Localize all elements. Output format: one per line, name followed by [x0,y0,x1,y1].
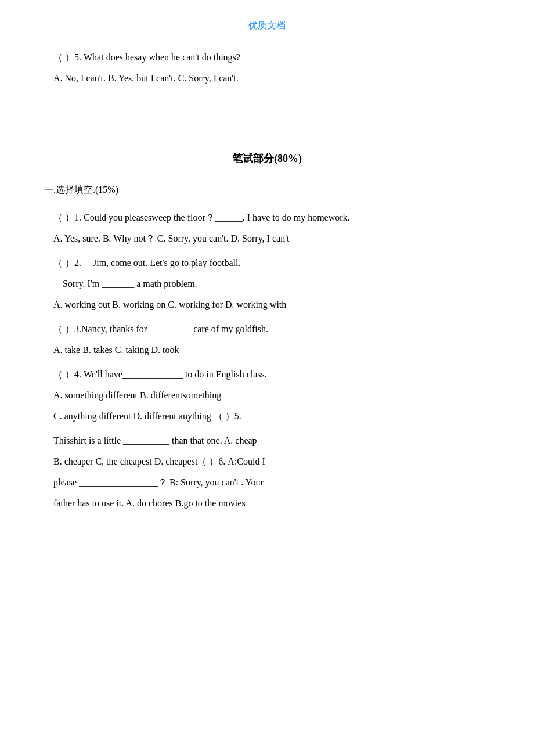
page-header: 优质文档 [35,17,499,34]
q5-written-block: Thisshirt is a little __________ than th… [35,431,499,513]
header-title: 优质文档 [248,20,286,30]
q2-stem2: —Sorry. I'm _______ a math problem. [35,275,499,293]
q2-stem1: （ ）2. —Jim, come out. Let's go to play f… [35,254,499,272]
q3-options: A. take B. takes C. taking D. took [35,341,499,359]
q4-options1: A. something different B. differentsomet… [35,386,499,405]
q5-written-stem: Thisshirt is a little __________ than th… [35,431,499,450]
q2-options: A. working out B. working on C. working … [35,296,499,314]
q5-written-options3: father has to use it. A. do chores B.go … [35,494,499,513]
main-content: （ ）5. What does hesay when he can't do t… [35,48,499,513]
q3-block: （ ）3.Nancy, thanks for _________ care of… [35,320,499,359]
q4-options2: C. anything different D. different anyth… [35,407,499,426]
q4-stem: （ ）4. We'll have_____________ to do in E… [35,365,499,384]
q1-stem: （ ）1. Could you pleasesweep the floor？__… [35,208,499,227]
q1-options: A. Yes, sure. B. Why not？ C. Sorry, you … [35,229,499,248]
q5-written-options2: please _________________？ B: Sorry, you … [35,473,499,492]
section-title: 笔试部分(80%) [35,148,499,169]
q4-block: （ ）4. We'll have_____________ to do in E… [35,365,499,426]
q3-stem: （ ）3.Nancy, thanks for _________ care of… [35,320,499,339]
q5-listening-stem: （ ）5. What does hesay when he can't do t… [35,48,499,67]
q5-written-options1: B. cheaper C. the cheapest D. cheapest（ … [35,452,499,471]
q5-listening-options: A. No, I can't. B. Yes, but I can't. C. … [35,69,499,88]
q2-block: （ ）2. —Jim, come out. Let's go to play f… [35,254,499,314]
q5-listening-block: （ ）5. What does hesay when he can't do t… [35,48,499,88]
sub-title: 一.选择填空.(15%) [35,181,499,199]
q1-block: （ ）1. Could you pleasesweep the floor？__… [35,208,499,248]
